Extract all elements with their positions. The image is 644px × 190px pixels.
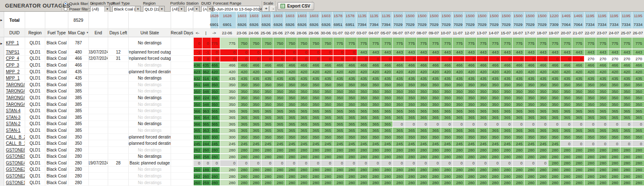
total-cell[interactable]: 16036926	[260, 12, 272, 28]
forecast-cell[interactable]: 365	[309, 128, 321, 134]
date-header-cell[interactable]: 25-07	[620, 28, 632, 37]
forecast-cell[interactable]: 365	[393, 108, 405, 114]
forecast-cell[interactable]: 280	[357, 180, 369, 186]
forecast-cell[interactable]: 245	[513, 141, 525, 146]
date-header-cell[interactable]: 21-07	[572, 28, 584, 37]
forecast-cell[interactable]: 245	[393, 141, 405, 146]
arrow-right-cell[interactable]: 280	[211, 154, 220, 160]
forecast-cell[interactable]: 435	[608, 75, 620, 81]
forecast-cell[interactable]: 0	[220, 49, 237, 55]
forecast-cell[interactable]: 0	[417, 160, 428, 166]
forecast-cell[interactable]: 280	[621, 180, 632, 186]
forecast-cell[interactable]: 0	[608, 141, 620, 146]
forecast-cell[interactable]: 350	[621, 89, 632, 95]
forecast-cell[interactable]: 350	[286, 102, 297, 108]
forecast-cell[interactable]: 466	[548, 62, 560, 68]
date-header-cell[interactable]: 01-07	[332, 28, 344, 37]
forecast-cell[interactable]: 350	[608, 95, 620, 101]
forecast-cell[interactable]: 280	[321, 180, 333, 186]
forecast-cell[interactable]: 280	[441, 154, 453, 160]
forecast-cell[interactable]: 420	[621, 69, 632, 75]
forecast-cell[interactable]: 280	[238, 167, 249, 173]
arrow-left-cell[interactable]: 260	[194, 167, 202, 173]
forecast-cell[interactable]: 280	[297, 167, 309, 173]
forecast-cell[interactable]: 350	[273, 102, 285, 108]
total-cell[interactable]: 15007029	[512, 12, 524, 28]
row-header-strip[interactable]	[0, 114, 4, 121]
forecast-cell[interactable]: 245	[405, 141, 417, 146]
forecast-cell[interactable]: 443	[489, 49, 501, 55]
arrow-mid-cell[interactable]: 363	[203, 128, 211, 134]
forecast-cell[interactable]: 245	[273, 141, 285, 146]
forecast-cell[interactable]: 0	[345, 49, 357, 55]
forecast-cell[interactable]: 350	[525, 134, 536, 140]
forecast-cell[interactable]: 420	[584, 69, 596, 75]
forecast-cell[interactable]: 0	[249, 49, 261, 55]
forecast-cell[interactable]: 420	[608, 69, 620, 75]
forecast-cell[interactable]: 420	[309, 69, 321, 75]
row-header-strip[interactable]	[0, 95, 4, 101]
forecast-cell[interactable]: 420	[405, 69, 417, 75]
forecast-cell[interactable]: 350	[333, 89, 345, 95]
forecast-cell[interactable]: 443	[537, 49, 548, 55]
forecast-cell[interactable]: 466	[501, 62, 512, 68]
forecast-cell[interactable]: 245	[429, 141, 441, 146]
forecast-cell[interactable]: 365	[525, 108, 536, 114]
forecast-cell[interactable]: 280	[537, 147, 548, 153]
forecast-cell[interactable]: 350	[357, 134, 369, 140]
arrow-left-cell[interactable]: 436	[194, 62, 202, 68]
forecast-cell[interactable]: 280	[453, 167, 465, 173]
forecast-cell[interactable]: 350	[381, 82, 393, 88]
forecast-cell[interactable]: 365	[621, 115, 632, 121]
forecast-cell[interactable]: 350	[537, 102, 548, 108]
forecast-cell[interactable]: 350	[477, 82, 488, 88]
forecast-cell[interactable]: 775	[584, 38, 596, 49]
forecast-cell[interactable]: 466	[453, 62, 465, 68]
forecast-cell[interactable]: 365	[238, 108, 249, 114]
forecast-cell[interactable]: 365	[561, 115, 572, 121]
duid-link[interactable]: GSTONE1	[4, 180, 25, 186]
arrow-right-cell[interactable]: 420	[211, 69, 220, 75]
forecast-cell[interactable]: 435	[489, 75, 501, 81]
forecast-cell[interactable]: 280	[632, 154, 644, 160]
forecast-cell[interactable]: 280	[489, 180, 501, 186]
arrow-left-cell[interactable]: 0	[194, 38, 202, 49]
forecast-cell[interactable]: 0	[309, 160, 321, 166]
col-header-duid[interactable]: DUID	[4, 28, 25, 37]
forecast-cell[interactable]: 350	[513, 82, 525, 88]
forecast-cell[interactable]: 350	[572, 102, 584, 108]
forecast-cell[interactable]: 280	[548, 154, 560, 160]
forecast-cell[interactable]: 0	[525, 121, 536, 127]
forecast-cell[interactable]: 350	[596, 82, 608, 88]
duid-link[interactable]: MPP_2	[4, 69, 25, 75]
forecast-cell[interactable]: 350	[220, 102, 237, 108]
row-header-strip[interactable]	[0, 134, 4, 141]
date-header-cell[interactable]: 18-07	[536, 28, 548, 37]
forecast-cell[interactable]: 365	[321, 121, 333, 127]
forecast-cell[interactable]: 0	[309, 49, 321, 55]
forecast-cell[interactable]: 775	[357, 38, 369, 49]
forecast-cell[interactable]: 350	[405, 89, 417, 95]
forecast-cell[interactable]: 280	[405, 173, 417, 179]
forecast-cell[interactable]: 350	[238, 102, 249, 108]
forecast-cell[interactable]: 0	[333, 49, 345, 55]
forecast-cell[interactable]: 350	[249, 82, 261, 88]
forecast-cell[interactable]: 365	[417, 128, 428, 134]
forecast-cell[interactable]: 365	[238, 121, 249, 127]
forecast-cell[interactable]: 775	[393, 38, 405, 49]
forecast-cell[interactable]: 365	[489, 128, 501, 134]
forecast-cell[interactable]: 280	[548, 167, 560, 173]
forecast-cell[interactable]: 280	[249, 173, 261, 179]
forecast-cell[interactable]: 420	[393, 69, 405, 75]
arrow-left-cell[interactable]: 350	[194, 95, 202, 101]
forecast-cell[interactable]: 280	[321, 167, 333, 173]
forecast-cell[interactable]: 280	[357, 167, 369, 173]
total-cell[interactable]: 15007029	[464, 12, 476, 28]
forecast-cell[interactable]: 420	[297, 69, 309, 75]
forecast-cell[interactable]: 245	[548, 141, 560, 146]
forecast-cell[interactable]: 365	[405, 108, 417, 114]
arrow-right-cell[interactable]: 435	[211, 75, 220, 81]
forecast-cell[interactable]: 280	[513, 173, 525, 179]
forecast-cell[interactable]: 280	[273, 154, 285, 160]
forecast-cell[interactable]: 350	[333, 82, 345, 88]
